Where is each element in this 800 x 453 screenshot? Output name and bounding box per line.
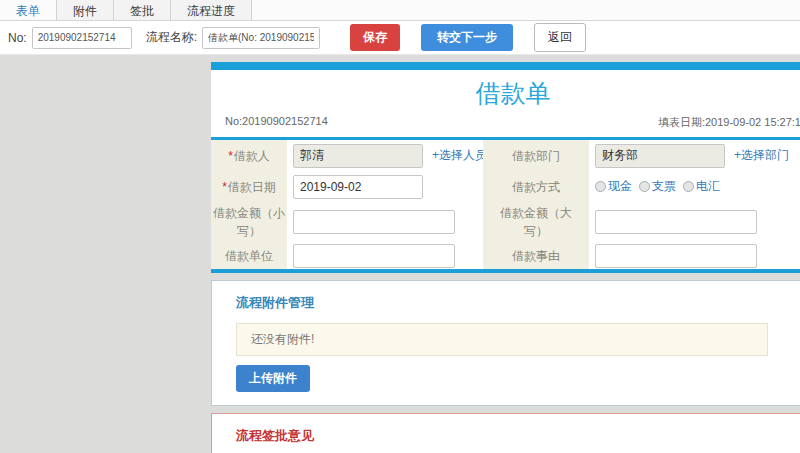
attachments-card: 流程附件管理 还没有附件! 上传附件 <box>211 280 800 406</box>
form-meta-row: No:20190902152714 填表日期:2019-09-02 15:27:… <box>211 113 800 137</box>
process-name-label: 流程名称: <box>146 29 197 46</box>
form-date-text: 填表日期:2019-09-02 15:27:1 <box>658 115 800 130</box>
no-attachments-alert: 还没有附件! <box>236 323 768 356</box>
no-label: No: <box>8 31 27 45</box>
amount-lower-field <box>287 202 483 242</box>
form-no-text: No:20190902152714 <box>225 115 328 130</box>
amount-lower-input[interactable] <box>293 210 455 234</box>
radio-circle-icon[interactable] <box>639 181 650 192</box>
department-field: +选择部门 <box>589 140 800 171</box>
department-label: 借款部门 <box>483 140 589 171</box>
loan-unit-label: 借款单位 <box>211 242 287 269</box>
required-mark: * <box>222 180 227 194</box>
loan-date-field <box>287 171 483 202</box>
loan-reason-label: 借款事由 <box>483 242 589 269</box>
radio-circle-icon[interactable] <box>683 181 694 192</box>
page-title: 借款单 <box>211 70 800 113</box>
loan-date-input[interactable] <box>293 175 423 199</box>
upload-attachment-button[interactable]: 上传附件 <box>236 365 310 392</box>
loan-unit-input[interactable] <box>293 244 455 268</box>
signoff-card: 流程签批意见 B I abc A <box>211 413 800 453</box>
accent-bar-top <box>211 62 800 70</box>
radio-wire[interactable]: 电汇 <box>683 178 720 195</box>
loan-method-field: 现金 支票 电汇 <box>589 171 800 202</box>
loan-form-card: 借款单 No:20190902152714 填表日期:2019-09-02 15… <box>211 62 800 273</box>
radio-cheque[interactable]: 支票 <box>639 178 676 195</box>
accent-bar-bottom <box>211 269 800 273</box>
amount-upper-input[interactable] <box>595 210 757 234</box>
no-input[interactable] <box>32 27 132 49</box>
toolbar: No: 流程名称: 保存 转交下一步 返回 <box>0 21 800 55</box>
tab-form[interactable]: 表单 <box>0 0 57 20</box>
borrower-field: +选择人员 <box>287 140 483 171</box>
amount-upper-field <box>589 202 800 242</box>
back-button[interactable]: 返回 <box>534 23 586 52</box>
tab-attachments[interactable]: 附件 <box>57 0 114 20</box>
radio-cash[interactable]: 现金 <box>595 178 632 195</box>
forward-next-step-button[interactable]: 转交下一步 <box>421 24 513 51</box>
amount-lower-label: 借款金额（小写） <box>211 202 287 242</box>
select-person-link[interactable]: +选择人员 <box>432 147 487 164</box>
borrower-input[interactable] <box>293 144 423 168</box>
loan-method-label: 借款方式 <box>483 171 589 202</box>
loan-form-grid: *借款人 +选择人员 借款部门 +选择部门 *借款日期 借款方 <box>211 140 800 269</box>
radio-circle-icon[interactable] <box>595 181 606 192</box>
main-area: 借款单 No:20190902152714 填表日期:2019-09-02 15… <box>0 55 800 453</box>
loan-unit-field <box>287 242 483 269</box>
content-panel: 借款单 No:20190902152714 填表日期:2019-09-02 15… <box>211 62 800 453</box>
tab-bar: 表单 附件 签批 流程进度 <box>0 0 800 21</box>
process-name-input[interactable] <box>202 27 320 49</box>
department-input[interactable] <box>595 144 725 168</box>
amount-upper-label: 借款金额（大写） <box>483 202 589 242</box>
signoff-heading: 流程签批意见 <box>236 427 790 445</box>
attachments-heading: 流程附件管理 <box>236 294 790 312</box>
borrower-label: *借款人 <box>211 140 287 171</box>
loan-reason-field <box>589 242 800 269</box>
required-mark: * <box>228 149 233 163</box>
tab-approval[interactable]: 签批 <box>114 0 171 20</box>
tab-process-progress[interactable]: 流程进度 <box>171 0 252 20</box>
loan-reason-input[interactable] <box>595 244 757 268</box>
select-department-link[interactable]: +选择部门 <box>734 147 789 164</box>
save-button[interactable]: 保存 <box>350 24 400 51</box>
loan-date-label: *借款日期 <box>211 171 287 202</box>
